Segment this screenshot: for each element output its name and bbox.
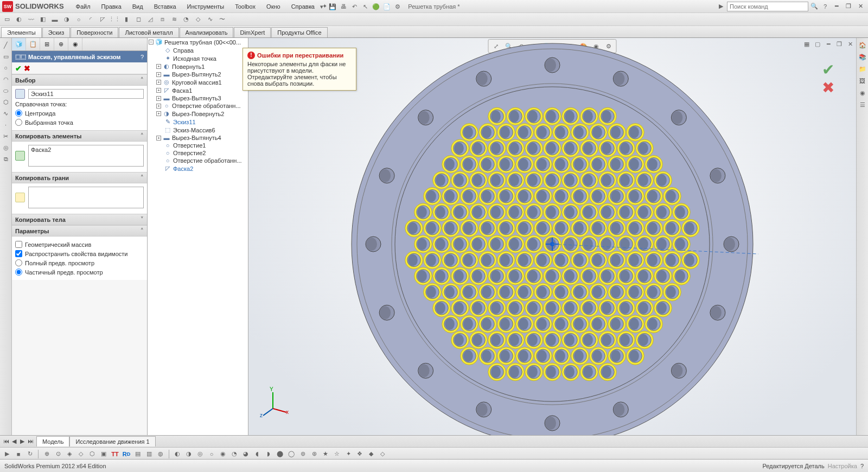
mt-6[interactable]: ▣ — [99, 449, 108, 459]
tree-item[interactable]: ✎Эскиз11 — [148, 118, 248, 126]
expander-icon[interactable]: − — [149, 40, 154, 44]
design-lib-icon[interactable]: 📚 — [858, 52, 867, 62]
hole-icon[interactable]: ○ — [74, 15, 84, 24]
mt-25[interactable]: ✦ — [343, 449, 353, 459]
tab-features[interactable]: Элементы — [1, 27, 42, 37]
mt-tt-icon[interactable]: TT — [110, 449, 120, 459]
chamfer-icon[interactable]: ◸ — [98, 15, 107, 24]
orientation-triad[interactable]: Y x z — [262, 390, 289, 418]
shell-icon[interactable]: ◻ — [133, 15, 143, 24]
mt-9[interactable]: ◍ — [156, 449, 165, 459]
viewport-maximize-icon[interactable]: ❐ — [834, 39, 844, 49]
help-icon[interactable]: ? — [820, 2, 830, 11]
status-settings-link[interactable]: Настройка — [828, 463, 857, 469]
tree-item[interactable]: +◸Фаска1 — [148, 86, 248, 94]
tree-item[interactable]: +◐Повернуть1 — [148, 62, 248, 71]
mt-stop-icon[interactable]: ■ — [14, 449, 23, 459]
radio-centroid[interactable]: Центроида — [15, 109, 144, 118]
copy-faces-field[interactable] — [28, 187, 144, 208]
draft-icon[interactable]: ◿ — [145, 15, 155, 24]
status-help-icon[interactable]: ? — [860, 463, 864, 469]
undo-icon[interactable]: ↶ — [349, 2, 359, 11]
mt-20[interactable]: ◯ — [286, 449, 296, 459]
revolve-icon[interactable]: ◐ — [14, 15, 24, 24]
dome-icon[interactable]: ◔ — [181, 15, 191, 24]
tab-prev-icon[interactable]: ◀ — [10, 438, 18, 445]
expander-icon[interactable]: + — [156, 64, 161, 69]
search-icon[interactable]: 🔍 — [809, 2, 819, 11]
section-copy-faces-head[interactable]: Копировать грани ˄ — [12, 172, 147, 183]
settings-icon[interactable]: ⚙ — [393, 2, 403, 11]
cut-extrude-icon[interactable]: ▬ — [50, 15, 60, 24]
mt-14[interactable]: ◉ — [218, 449, 228, 459]
viewport-close-icon[interactable]: ✕ — [845, 39, 855, 49]
dimxpert-tab-icon[interactable]: ⊕ — [54, 38, 68, 50]
mt-play-icon[interactable]: ▶ — [2, 449, 12, 459]
display-tab-icon[interactable]: ◉ — [68, 38, 82, 50]
tree-item[interactable]: ○Отверстие2 — [148, 149, 248, 157]
expander-icon[interactable]: + — [156, 80, 161, 85]
expander-icon[interactable]: + — [156, 72, 161, 77]
loft-icon[interactable]: ◧ — [38, 15, 48, 24]
confirm-ok-icon[interactable]: ✔ — [822, 61, 834, 78]
tab-sheetmetal[interactable]: Листовой металл — [119, 27, 178, 37]
rect-tool-icon[interactable]: ▭ — [1, 52, 11, 61]
point-tool-icon[interactable]: · — [1, 120, 11, 130]
tab-office[interactable]: Продукты Office — [271, 27, 327, 37]
tab-surfaces[interactable]: Поверхности — [71, 27, 118, 37]
tree-item[interactable]: +◑Вырез-Повернуть2 — [148, 110, 248, 118]
confirm-cancel-icon[interactable]: ✖ — [822, 79, 834, 96]
new-doc-icon[interactable]: ▫ — [306, 2, 316, 11]
mt-5[interactable]: ⬡ — [87, 449, 97, 459]
mt-loop-icon[interactable]: ↻ — [25, 449, 35, 459]
mt-11[interactable]: ◑ — [184, 449, 194, 459]
radio-partial-preview[interactable]: Частичный предв. просмотр — [15, 267, 144, 277]
tree-item[interactable]: ◸Фаска2 — [148, 164, 248, 173]
file-explorer-icon[interactable]: 📁 — [858, 64, 867, 74]
tab-dimxpert[interactable]: DimXpert — [234, 27, 271, 37]
menu-window[interactable]: Окно — [261, 1, 286, 12]
mt-7[interactable]: ▤ — [133, 449, 143, 459]
viewport-minimize-icon[interactable]: ━ — [824, 39, 833, 49]
offset-tool-icon[interactable]: ◎ — [1, 143, 11, 152]
select-icon[interactable]: ↖ — [360, 2, 370, 11]
menu-insert[interactable]: Вставка — [149, 1, 182, 12]
feature-tree-tab-icon[interactable]: 🧊 — [12, 38, 26, 50]
reference-icon[interactable]: ◇ — [193, 15, 203, 24]
mt-19[interactable]: ⬤ — [275, 449, 285, 459]
slot-tool-icon[interactable]: ⬭ — [1, 86, 11, 95]
fillet-icon[interactable]: ◜ — [86, 15, 95, 24]
command-search-input[interactable] — [727, 2, 808, 11]
tab-next-icon[interactable]: ▶ — [18, 438, 26, 445]
mt-16[interactable]: ◕ — [241, 449, 251, 459]
window-close-icon[interactable]: ✕ — [855, 2, 866, 11]
radio-full-preview[interactable]: Полный предв. просмотр — [15, 258, 144, 267]
search-scope-icon[interactable]: ▶ — [716, 2, 726, 11]
menu-tools[interactable]: Инструменты — [182, 1, 230, 12]
mt-22[interactable]: ⊛ — [309, 449, 319, 459]
mt-1[interactable]: ⊕ — [42, 449, 52, 459]
mt-21[interactable]: ⊚ — [298, 449, 308, 459]
menu-view[interactable]: Вид — [127, 1, 149, 12]
section-copy-bodies-head[interactable]: Копировать тела ˅ — [12, 214, 147, 225]
tree-item[interactable]: +◎Круговой массив1 — [148, 78, 248, 86]
pm-help-icon[interactable]: ? — [141, 54, 144, 60]
expander-icon[interactable]: + — [156, 136, 161, 141]
pattern-icon[interactable]: ⋮⋮ — [110, 15, 119, 24]
expander-icon[interactable]: + — [156, 96, 161, 101]
bottom-tab-model[interactable]: Модель — [36, 436, 69, 447]
cut-revolve-icon[interactable]: ◑ — [62, 15, 72, 24]
section-copy-elems-head[interactable]: Копировать элементы ˄ — [12, 130, 147, 142]
ok-button[interactable]: ✔ — [15, 64, 22, 73]
config-tab-icon[interactable]: ⊞ — [40, 38, 54, 50]
rebuild-icon[interactable]: 🟢 — [371, 2, 381, 11]
tree-item[interactable]: ⬚Эскиз-Массив6 — [148, 126, 248, 134]
extrude-icon[interactable]: ▭ — [2, 15, 12, 24]
mt-26[interactable]: ❖ — [355, 449, 365, 459]
section-select-head[interactable]: Выбор ˄ — [12, 74, 147, 86]
spline-tool-icon[interactable]: ∿ — [1, 109, 11, 118]
mt-2[interactable]: ⊙ — [53, 449, 63, 459]
arc-tool-icon[interactable]: ◠ — [1, 74, 11, 84]
mirror-icon[interactable]: ⧈ — [157, 15, 167, 24]
copy-feature-icon[interactable] — [15, 151, 25, 161]
